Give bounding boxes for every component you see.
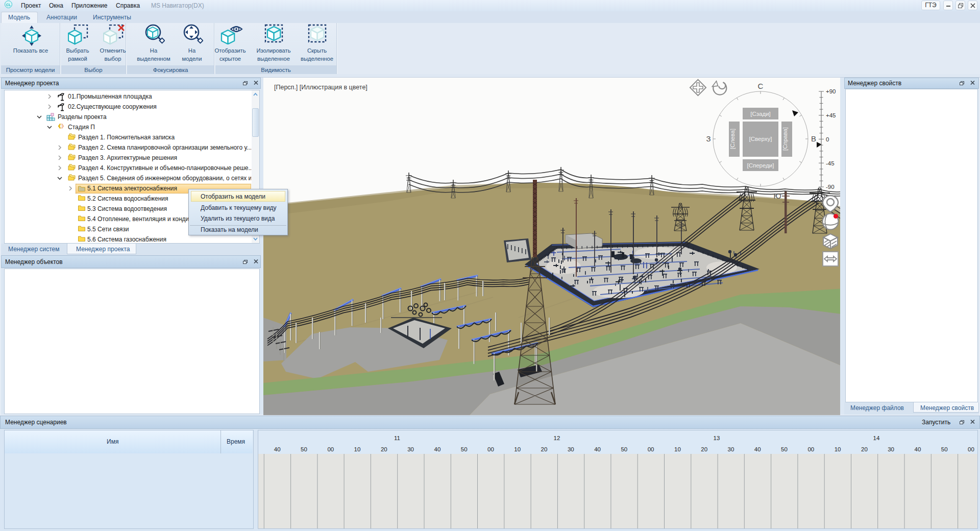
svg-text:20: 20 — [701, 446, 707, 452]
svg-text:10: 10 — [514, 446, 521, 452]
svg-text:[Сверху]: [Сверху] — [749, 136, 772, 142]
svg-text:00: 00 — [487, 446, 494, 452]
svg-text:00: 00 — [807, 446, 814, 452]
svg-text:[Персп.] [Иллюстрация в цвете]: [Персп.] [Иллюстрация в цвете] — [274, 84, 368, 91]
svg-text:0: 0 — [826, 136, 829, 142]
svg-text:[Слева]: [Слева] — [729, 129, 736, 149]
svg-text:30: 30 — [407, 446, 414, 452]
svg-text:40: 40 — [754, 446, 761, 452]
svg-text:10: 10 — [674, 446, 681, 452]
svg-text:30: 30 — [888, 446, 894, 452]
svg-text:11: 11 — [394, 435, 400, 441]
svg-text:13: 13 — [714, 435, 720, 441]
svg-text:14: 14 — [873, 435, 880, 441]
svg-text:+90: +90 — [826, 88, 836, 94]
svg-text:00: 00 — [968, 446, 974, 452]
svg-text:30: 30 — [728, 446, 734, 452]
svg-text:20: 20 — [541, 446, 548, 452]
svg-text:В: В — [811, 134, 816, 143]
svg-text:[Сзади]: [Сзади] — [750, 111, 771, 117]
svg-text:CL: CL — [6, 3, 11, 7]
svg-text:С: С — [758, 82, 764, 90]
svg-text:50: 50 — [461, 446, 468, 452]
svg-text:[Справа]: [Справа] — [782, 127, 788, 151]
svg-text:40: 40 — [915, 446, 921, 452]
svg-text:00: 00 — [327, 446, 334, 452]
svg-text:30: 30 — [568, 446, 574, 452]
svg-text:40: 40 — [274, 446, 281, 452]
svg-text:20: 20 — [381, 446, 387, 452]
svg-text:10: 10 — [835, 446, 841, 452]
svg-text:40: 40 — [434, 446, 441, 452]
svg-text:50: 50 — [621, 446, 627, 452]
svg-text:[Спереди]: [Спереди] — [747, 162, 774, 168]
svg-text:-45: -45 — [826, 160, 835, 166]
svg-text:Ю: Ю — [773, 191, 781, 200]
svg-text:+45: +45 — [826, 112, 836, 118]
svg-text:З: З — [706, 134, 710, 143]
svg-text:40: 40 — [594, 446, 601, 452]
svg-text:20: 20 — [861, 446, 868, 452]
svg-text:50: 50 — [941, 446, 948, 452]
svg-text:50: 50 — [301, 446, 307, 452]
svg-text:12: 12 — [554, 435, 560, 441]
svg-text:10: 10 — [354, 446, 361, 452]
svg-text:-90: -90 — [826, 184, 835, 190]
svg-text:50: 50 — [781, 446, 788, 452]
svg-text:00: 00 — [648, 446, 654, 452]
